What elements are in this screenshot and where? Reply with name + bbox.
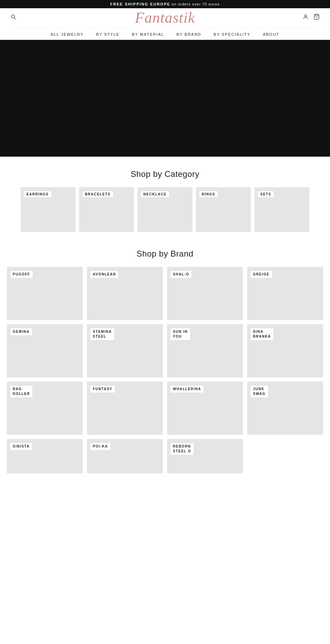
category-bracelets[interactable]: BRACELETS (79, 187, 134, 232)
nav-by-material[interactable]: BY MATERIAL (132, 32, 164, 36)
brand-dina-branka[interactable]: DINABRANKA (247, 324, 323, 377)
announcement-bold: FREE SHIPPING EUROPE (110, 2, 170, 6)
logo-center: Fantastik (135, 10, 195, 25)
brand-empty (247, 439, 323, 473)
brand-stamina-steel-label: STAMINASTEEL (90, 328, 114, 340)
brand-reborn-steelo-label: REBORNSTEEL O (170, 443, 194, 455)
category-earrings-label: EARRINGS (24, 191, 51, 197)
brand-rag-doller[interactable]: RAGDOLLER (7, 382, 83, 435)
svg-point-0 (11, 15, 15, 18)
announcement-bar: FREE SHIPPING EUROPE on orders over 70 e… (0, 0, 330, 8)
brand-grid-row3: RAGDOLLER FUNTASY WHALLERINA JUNKSWAG (7, 382, 323, 435)
brand-gemina-label: GEMINA (10, 328, 32, 335)
brand-reborn-steelo[interactable]: REBORNSTEEL O (167, 439, 243, 473)
header: Fantastik ALL JEWELRY BY STYLE BY MATERI… (0, 8, 330, 40)
hero-banner (0, 40, 330, 157)
brand-shal-o[interactable]: SHAL-O (167, 267, 243, 320)
brand-section: PUGOFF AVONLEAN SHAL-O GREIGE GEMINA STA… (0, 267, 330, 491)
brand-greige[interactable]: GREIGE (247, 267, 323, 320)
brand-sun-in-you-label: SUN INYOU (170, 328, 190, 340)
category-rings[interactable]: RINGS (196, 187, 251, 232)
category-grid: EARRINGS BRACELETS NECKLACE RINGS SETS (0, 187, 330, 232)
brand-junk-swag[interactable]: JUNKSWAG (247, 382, 323, 435)
category-sets-label: SETS (258, 191, 274, 197)
announcement-text: on orders over 70 euros (170, 2, 220, 6)
brand-grid-row4: SINISTA POI-KA REBORNSTEEL O (7, 439, 323, 473)
account-icon[interactable] (302, 14, 309, 22)
svg-line-1 (14, 18, 16, 20)
brand-section-title: Shop by Brand (0, 249, 330, 259)
brand-sinista-label: SINISTA (10, 443, 32, 450)
brand-avonlean-label: AVONLEAN (90, 271, 118, 278)
brand-shal-o-label: SHAL-O (170, 271, 191, 278)
brand-poi-ka[interactable]: POI-KA (87, 439, 163, 473)
brand-rag-doller-label: RAGDOLLER (10, 386, 32, 397)
brand-poi-ka-label: POI-KA (90, 443, 110, 450)
brand-junk-swag-label: JUNKSWAG (251, 386, 268, 397)
category-section-title: Shop by Category (0, 169, 330, 179)
brand-grid-row1: PUGOFF AVONLEAN SHAL-O GREIGE (7, 267, 323, 320)
brand-sinista[interactable]: SINISTA (7, 439, 83, 473)
category-necklace[interactable]: NECKLACE (138, 187, 192, 232)
header-row: Fantastik (10, 14, 320, 22)
nav-by-style[interactable]: BY STYLE (96, 32, 119, 36)
header-left (10, 14, 16, 22)
divider-1 (0, 157, 330, 157)
cart-icon[interactable] (314, 14, 320, 22)
brand-whallerina-label: WHALLERINA (170, 386, 204, 393)
category-earrings[interactable]: EARRINGS (21, 187, 76, 232)
brand-sun-in-you[interactable]: SUN INYOU (167, 324, 243, 377)
brand-funtasy-label: FUNTASY (90, 386, 115, 393)
brand-funtasy[interactable]: FUNTASY (87, 382, 163, 435)
brand-dina-branka-label: DINABRANKA (251, 328, 273, 340)
category-rings-label: RINGS (199, 191, 218, 197)
brand-grid-row2: GEMINA STAMINASTEEL SUN INYOU DINABRANKA (7, 324, 323, 377)
category-bracelets-label: BRACELETS (82, 191, 113, 197)
brand-pugoff-label: PUGOFF (10, 271, 33, 278)
search-icon[interactable] (10, 14, 16, 22)
brand-stamina-steel[interactable]: STAMINASTEEL (87, 324, 163, 377)
brand-gemina[interactable]: GEMINA (7, 324, 83, 377)
header-right (302, 14, 320, 22)
nav-by-brand[interactable]: BY BRAND (177, 32, 201, 36)
nav-all-jewelry[interactable]: ALL JEWELRY (51, 32, 84, 36)
category-necklace-label: NECKLACE (141, 191, 169, 197)
brand-greige-label: GREIGE (251, 271, 272, 278)
category-sets[interactable]: SETS (254, 187, 309, 232)
svg-point-2 (305, 15, 307, 17)
brand-avonlean[interactable]: AVONLEAN (87, 267, 163, 320)
main-nav: ALL JEWELRY BY STYLE BY MATERIAL BY BRAN… (10, 27, 320, 40)
nav-by-speciality[interactable]: BY SPECIALITY (214, 32, 251, 36)
brand-whallerina[interactable]: WHALLERINA (167, 382, 243, 435)
brand-pugoff[interactable]: PUGOFF (7, 267, 83, 320)
logo[interactable]: Fantastik (135, 10, 195, 25)
nav-about[interactable]: ABOUT (263, 32, 279, 36)
